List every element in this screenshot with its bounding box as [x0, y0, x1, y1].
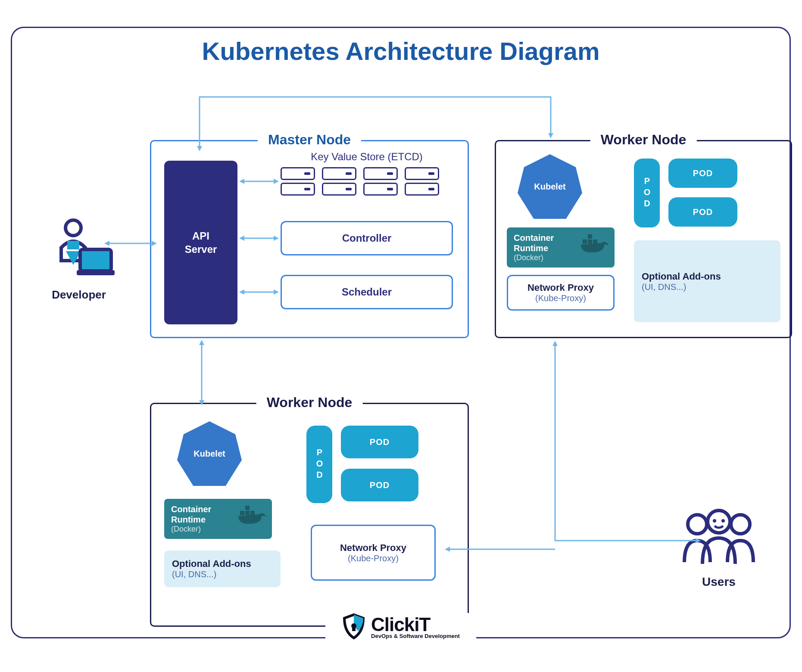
docker-icon	[237, 505, 268, 526]
kubelet-label: Kubelet	[193, 449, 225, 459]
network-proxy-box: Network Proxy (Kube-Proxy)	[507, 275, 615, 311]
users-block: Users	[667, 506, 771, 589]
svg-marker-13	[274, 289, 279, 295]
disk-icon	[322, 183, 356, 196]
svg-rect-14	[583, 240, 587, 244]
disk-icon	[363, 183, 398, 196]
svg-marker-7	[274, 179, 279, 184]
arrow-api-controller	[237, 232, 281, 245]
etcd-stack	[405, 167, 439, 196]
svg-marker-12	[239, 289, 244, 295]
main-frame: Kubernetes Architecture Diagram Develope…	[11, 27, 791, 638]
api-server-label: API Server	[185, 229, 217, 256]
brand-tagline: DevOps & Software Development	[371, 633, 460, 639]
addons-title: Optional Add-ons	[172, 558, 273, 569]
master-node-title: Master Node	[258, 132, 361, 148]
svg-marker-30	[548, 133, 553, 138]
container-runtime-box: Container Runtime (Docker)	[507, 227, 615, 268]
svg-point-25	[713, 519, 716, 523]
svg-point-23	[731, 515, 750, 534]
svg-rect-19	[245, 511, 250, 515]
addons-box: Optional Add-ons (UI, DNS...)	[164, 551, 281, 587]
network-proxy-title: Network Proxy	[517, 282, 605, 293]
svg-point-24	[708, 510, 730, 533]
addons-sub: (UI, DNS...)	[642, 282, 773, 292]
users-icon	[671, 506, 766, 571]
worker-node-title: Worker Node	[256, 395, 363, 411]
svg-marker-10	[274, 236, 279, 241]
worker-node-bottom: Worker Node Kubelet Container Runtime (D…	[150, 403, 469, 627]
etcd-stack	[281, 167, 315, 196]
svg-rect-3	[80, 249, 111, 271]
pod-box: POD	[341, 469, 418, 501]
shield-icon	[342, 613, 366, 640]
worker-node-title: Worker Node	[590, 132, 697, 148]
network-proxy-sub: (Kube-Proxy)	[321, 554, 426, 563]
etcd-icons	[281, 167, 439, 196]
developer-icon	[42, 218, 115, 282]
svg-marker-32	[199, 340, 204, 345]
svg-point-0	[66, 220, 81, 236]
svg-rect-15	[588, 240, 592, 244]
users-label: Users	[667, 575, 771, 589]
svg-rect-38	[352, 627, 356, 631]
disk-icon	[281, 183, 315, 196]
docker-icon	[580, 233, 610, 255]
master-node: Master Node API Server Key Value Store (…	[150, 140, 469, 338]
disk-icon	[363, 167, 398, 180]
addons-box: Optional Add-ons (UI, DNS...)	[634, 240, 780, 322]
etcd-stack	[322, 167, 356, 196]
developer-block: Developer	[38, 218, 120, 302]
worker-node-top: Worker Node Kubelet Container Runtime (D…	[495, 140, 792, 338]
etcd-stack	[363, 167, 398, 196]
kubelet-box: Kubelet	[518, 154, 582, 219]
arrow-api-to-worker-bottom	[189, 338, 215, 407]
svg-rect-16	[593, 240, 597, 244]
disk-icon	[405, 183, 439, 196]
svg-rect-20	[250, 511, 255, 515]
pod-box: POD	[668, 159, 737, 188]
disk-icon	[405, 167, 439, 180]
disk-icon	[322, 167, 356, 180]
pod-box: POD	[341, 426, 418, 458]
diagram-title: Kubernetes Architecture Diagram	[185, 37, 617, 65]
scheduler-box: Scheduler	[281, 275, 453, 309]
kubelet-label: Kubelet	[534, 182, 565, 192]
svg-point-22	[688, 515, 707, 534]
brand-logo: ClickiT DevOps & Software Development	[325, 613, 476, 640]
pod-box: POD	[668, 197, 737, 227]
svg-rect-4	[77, 270, 115, 275]
etcd-label: Key Value Store (ETCD)	[281, 151, 453, 163]
container-runtime-box: Container Runtime (Docker)	[164, 499, 272, 539]
pod-vertical: POD	[306, 426, 332, 503]
addons-title: Optional Add-ons	[642, 271, 773, 282]
svg-point-26	[721, 519, 725, 523]
arrow-api-etcd	[237, 175, 281, 188]
brand-name: ClickiT	[371, 614, 460, 635]
developer-label: Developer	[38, 288, 120, 302]
pod-vertical: POD	[634, 159, 660, 227]
network-proxy-sub: (Kube-Proxy)	[517, 293, 605, 303]
svg-marker-9	[239, 236, 244, 241]
controller-box: Controller	[281, 221, 453, 255]
svg-marker-34	[552, 341, 558, 346]
arrow-api-scheduler	[237, 286, 281, 299]
svg-marker-6	[239, 179, 244, 184]
svg-rect-18	[240, 511, 244, 515]
api-server-box: API Server	[164, 161, 237, 324]
network-proxy-title: Network Proxy	[321, 542, 426, 554]
svg-rect-17	[588, 234, 592, 239]
network-proxy-box: Network Proxy (Kube-Proxy)	[311, 525, 436, 581]
kubelet-box: Kubelet	[177, 421, 242, 486]
svg-rect-1	[67, 241, 79, 249]
disk-icon	[281, 167, 315, 180]
addons-sub: (UI, DNS...)	[172, 569, 273, 579]
svg-rect-21	[245, 506, 250, 510]
